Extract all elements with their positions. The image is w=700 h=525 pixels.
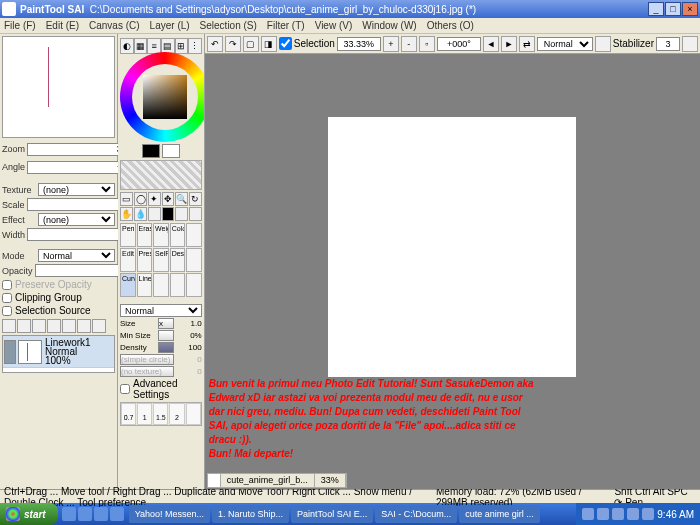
menu-filter[interactable]: Filter (T) <box>267 20 305 31</box>
menu-view[interactable]: View (V) <box>315 20 353 31</box>
rotate-icon[interactable]: ↻ <box>189 192 202 206</box>
maximize-button[interactable]: □ <box>665 2 681 16</box>
secondary-color-swatch[interactable] <box>162 144 180 158</box>
sel-rect-icon[interactable]: ▭ <box>120 192 133 206</box>
minimize-button[interactable]: _ <box>648 2 664 16</box>
bs-07[interactable]: 0.7 <box>121 403 136 425</box>
navigator-preview[interactable] <box>2 36 115 138</box>
delete-button[interactable] <box>92 319 106 333</box>
tool-e2[interactable] <box>186 248 202 272</box>
zoom-minus-icon[interactable]: - <box>401 36 417 52</box>
flip-icon[interactable]: ⇄ <box>519 36 535 52</box>
close-button[interactable]: × <box>682 2 698 16</box>
zoom-plus-icon[interactable]: + <box>383 36 399 52</box>
size-x-slider[interactable]: x 0.1 <box>158 318 174 329</box>
mode-select[interactable]: Normal <box>38 249 115 262</box>
transfer-button[interactable] <box>47 319 61 333</box>
tray-icon-5[interactable] <box>642 508 654 520</box>
rot-l-icon[interactable]: ◄ <box>483 36 499 52</box>
zoom-field[interactable] <box>337 37 381 51</box>
ct-redo-icon[interactable]: ↷ <box>225 36 241 52</box>
menu-canvas[interactable]: Canvas (C) <box>89 20 140 31</box>
tool-pressure[interactable]: Pressure <box>137 248 153 272</box>
tool-eraser[interactable]: Eraser <box>137 223 153 247</box>
new-layer-button[interactable] <box>2 319 16 333</box>
t6[interactable] <box>189 207 202 221</box>
wand-icon[interactable]: ✦ <box>148 192 161 206</box>
task-sai2[interactable]: SAI - C:\Docum... <box>375 505 457 523</box>
ct-x2[interactable] <box>682 36 698 52</box>
move-icon[interactable]: ✥ <box>162 192 175 206</box>
tray-icon-1[interactable] <box>582 508 594 520</box>
ct-x1[interactable] <box>595 36 611 52</box>
clock[interactable]: 9:46 AM <box>657 509 694 520</box>
tray-icon-2[interactable] <box>597 508 609 520</box>
stabilizer-field[interactable] <box>656 37 680 51</box>
bs-e[interactable] <box>186 403 201 425</box>
texture-brush-select[interactable]: (no texture) <box>120 366 174 377</box>
ct-inv-icon[interactable]: ◨ <box>261 36 277 52</box>
layer-item[interactable]: Linework1Normal100% <box>3 336 114 368</box>
color-wheel[interactable] <box>120 52 205 142</box>
tool-e4[interactable] <box>170 273 186 297</box>
menu-layer[interactable]: Layer (L) <box>150 20 190 31</box>
tool-edit[interactable]: Edit <box>120 248 136 272</box>
clipping-checkbox[interactable] <box>2 293 12 303</box>
ql-3[interactable] <box>94 507 108 521</box>
primary-color-swatch[interactable] <box>142 144 160 158</box>
adv-checkbox[interactable] <box>120 384 130 394</box>
menu-edit[interactable]: Edit (E) <box>46 20 79 31</box>
bs-15[interactable]: 1.5 <box>153 403 168 425</box>
tool-weight[interactable]: Weight <box>153 223 169 247</box>
effect-select[interactable]: (none) <box>38 213 115 226</box>
layer-visibility-icon[interactable] <box>4 340 16 364</box>
tool-selpen[interactable]: SelPen <box>153 248 169 272</box>
tool-e5[interactable] <box>186 273 202 297</box>
zoom-fit-icon[interactable]: ▫ <box>419 36 435 52</box>
ql-2[interactable] <box>78 507 92 521</box>
minsize-slider[interactable] <box>158 330 174 341</box>
tool-deselect[interactable]: Deselect <box>170 248 186 272</box>
bs-1[interactable]: 1 <box>137 403 152 425</box>
texture-select[interactable]: (none) <box>38 183 115 196</box>
clear-button[interactable] <box>77 319 91 333</box>
menu-others[interactable]: Others (O) <box>427 20 474 31</box>
menu-file[interactable]: File (F) <box>4 20 36 31</box>
canvas-view[interactable]: Bun venit la primul meu Photo Edit Tutor… <box>205 54 700 489</box>
tool-curve[interactable]: Curve <box>120 273 136 297</box>
density-slider[interactable] <box>158 342 174 353</box>
swatch-palette[interactable] <box>120 160 202 190</box>
zoom-icon[interactable]: 🔍 <box>175 192 188 206</box>
selsrc-checkbox[interactable] <box>2 306 12 316</box>
menu-window[interactable]: Window (W) <box>362 20 416 31</box>
blend-select[interactable]: Normal <box>537 37 593 51</box>
ql-4[interactable] <box>110 507 124 521</box>
merge-button[interactable] <box>62 319 76 333</box>
ct-desel-icon[interactable]: ▢ <box>243 36 259 52</box>
start-button[interactable]: start <box>0 503 58 525</box>
tool-e1[interactable] <box>186 223 202 247</box>
tool-line[interactable]: Line <box>137 273 153 297</box>
menu-selection[interactable]: Selection (S) <box>200 20 257 31</box>
circle-select[interactable]: (simple circle) <box>120 354 174 365</box>
t3[interactable] <box>148 207 161 221</box>
tool-pen[interactable]: Pen <box>120 223 136 247</box>
task-img[interactable]: cute anime girl ... <box>459 505 540 523</box>
canvas-paper[interactable] <box>328 117 576 377</box>
task-naruto[interactable]: 1. Naruto Ship... <box>212 505 289 523</box>
brush-mode-select[interactable]: Normal <box>120 304 202 317</box>
tool-e3[interactable] <box>153 273 169 297</box>
fg-black-icon[interactable] <box>162 207 175 221</box>
rot-r-icon[interactable]: ► <box>501 36 517 52</box>
ql-1[interactable] <box>62 507 76 521</box>
hand-icon[interactable]: ✋ <box>120 207 133 221</box>
ct-undo-icon[interactable]: ↶ <box>207 36 223 52</box>
bs-2[interactable]: 2 <box>169 403 184 425</box>
new-linework-button[interactable] <box>17 319 31 333</box>
tray-icon-4[interactable] <box>627 508 639 520</box>
lasso-icon[interactable]: ◯ <box>134 192 147 206</box>
new-folder-button[interactable] <box>32 319 46 333</box>
tool-color[interactable]: Color <box>170 223 186 247</box>
selection-checkbox[interactable] <box>279 37 292 50</box>
angle-field[interactable] <box>437 37 481 51</box>
